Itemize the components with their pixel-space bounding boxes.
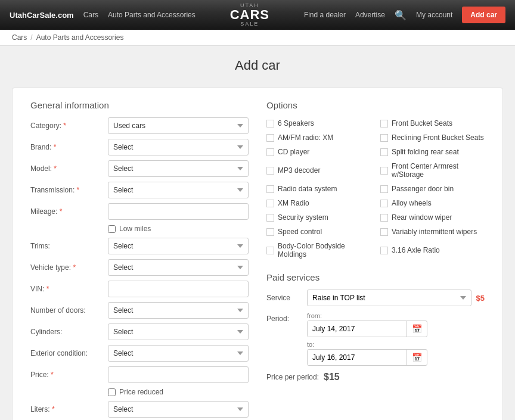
- service-row: Service Raise in TOP list $5: [266, 290, 485, 306]
- option-body-color: Body-Color Bodyside Moldings: [266, 240, 371, 260]
- to-label: to:: [307, 341, 427, 348]
- model-select[interactable]: Select: [108, 160, 249, 177]
- option-speed-control: Speed control: [266, 226, 371, 238]
- option-label-front-center: Front Center Armrest w/Storage: [392, 162, 485, 179]
- mileage-input[interactable]: [108, 203, 249, 220]
- option-checkbox-xm[interactable]: [266, 200, 274, 207]
- exterior-condition-select[interactable]: Select: [108, 345, 249, 362]
- trims-select[interactable]: Select: [108, 238, 249, 254]
- option-checkbox-axle[interactable]: [380, 247, 388, 254]
- low-miles-label: Low miles: [119, 225, 151, 233]
- doors-label: Number of doors:: [30, 306, 108, 315]
- from-date-input[interactable]: [308, 321, 407, 337]
- option-checkbox-security[interactable]: [266, 214, 274, 222]
- to-calendar-icon[interactable]: 📅: [407, 350, 427, 365]
- vehicle-type-label: Vehicle type: *: [30, 263, 108, 272]
- option-front-bucket: Front Bucket Seats: [380, 117, 485, 129]
- to-date-input[interactable]: [308, 350, 407, 365]
- service-select[interactable]: Raise in TOP list: [307, 290, 471, 306]
- option-checkbox-reclining[interactable]: [380, 134, 388, 142]
- general-section-title: General information: [30, 100, 249, 110]
- option-label-cd: CD player: [278, 148, 309, 156]
- price-reduced-checkbox[interactable]: [108, 388, 116, 396]
- brand-select[interactable]: Select: [108, 139, 249, 155]
- option-checkbox-speed[interactable]: [266, 228, 274, 236]
- doors-select[interactable]: Select: [108, 302, 249, 319]
- liters-row: Liters: * Select: [30, 401, 249, 418]
- breadcrumb-parts[interactable]: Auto Parts and Accessories: [36, 33, 124, 42]
- category-row: Category: * Used cars: [30, 117, 249, 134]
- price-per-period-row: Price per period: $15: [266, 372, 485, 382]
- option-label-axle: 3.16 Axle Ratio: [392, 246, 440, 254]
- general-information-section: General information Category: * Used car…: [30, 100, 249, 420]
- search-icon[interactable]: 🔍: [395, 10, 407, 21]
- option-checkbox-front-center[interactable]: [380, 167, 388, 175]
- option-checkbox-front-bucket[interactable]: [380, 120, 388, 127]
- option-checkbox-mp3[interactable]: [266, 167, 274, 175]
- option-6-speakers: 6 Speakers: [266, 117, 371, 129]
- option-checkbox-body-color[interactable]: [266, 247, 274, 254]
- option-checkbox-amfm[interactable]: [266, 134, 274, 142]
- brand-label: Brand: *: [30, 143, 108, 151]
- option-label-split: Split folding rear seat: [392, 148, 459, 156]
- advertise-link[interactable]: Advertise: [355, 11, 385, 19]
- option-checkbox-rear-window[interactable]: [380, 214, 388, 222]
- find-dealer-link[interactable]: Find a dealer: [304, 11, 346, 19]
- price-row: Price: *: [30, 366, 249, 383]
- from-calendar-icon[interactable]: 📅: [407, 321, 427, 337]
- trims-row: Trims: Select: [30, 238, 249, 254]
- option-rear-window: Rear window wiper: [380, 211, 485, 223]
- option-amfm-xm: AM/FM radio: XM: [266, 132, 371, 144]
- option-label-mp3: MP3 decoder: [278, 166, 320, 175]
- option-checkbox-cd[interactable]: [266, 148, 274, 156]
- option-cd-player: CD player: [266, 146, 371, 158]
- options-grid: 6 Speakers Front Bucket Seats AM/FM radi…: [266, 117, 485, 260]
- low-miles-checkbox[interactable]: [108, 225, 116, 233]
- price-per-label: Price per period:: [266, 373, 319, 381]
- price-input[interactable]: [108, 366, 249, 383]
- option-checkbox-split[interactable]: [380, 148, 388, 156]
- option-variably: Variably intermittent wipers: [380, 226, 485, 238]
- paid-services-title: Paid services: [266, 272, 485, 282]
- site-name[interactable]: UtahCarSale.com: [10, 11, 74, 20]
- option-label-alloy: Alloy wheels: [392, 199, 432, 207]
- header-nav-parts[interactable]: Auto Parts and Accessories: [108, 11, 196, 19]
- vehicle-type-select[interactable]: Select: [108, 259, 249, 276]
- my-account-link[interactable]: My account: [416, 11, 452, 19]
- category-select[interactable]: Used cars: [108, 117, 249, 134]
- option-checkbox-6-speakers[interactable]: [266, 120, 274, 127]
- option-checkbox-variably[interactable]: [380, 228, 388, 236]
- period-label: Period:: [266, 312, 302, 323]
- liters-label: Liters: *: [30, 405, 108, 413]
- vin-input[interactable]: [108, 281, 249, 297]
- add-car-button[interactable]: Add car: [462, 7, 505, 23]
- period-row: Period: from: 📅 to:: [266, 312, 485, 366]
- header-nav-cars[interactable]: Cars: [83, 11, 98, 19]
- price-reduced-row: Price reduced: [108, 388, 249, 396]
- from-label: from:: [307, 312, 427, 319]
- transmission-select[interactable]: Select: [108, 182, 249, 198]
- from-date-group: from: 📅: [307, 312, 427, 337]
- option-label-speed: Speed control: [278, 228, 322, 236]
- cylinders-select[interactable]: Select: [108, 323, 249, 340]
- breadcrumb-cars[interactable]: Cars: [12, 33, 27, 42]
- option-reclining-bucket: Reclining Front Bucket Seats: [380, 132, 485, 144]
- brand-row: Brand: * Select: [30, 139, 249, 155]
- from-date-wrap: 📅: [307, 321, 427, 337]
- option-label-reclining: Reclining Front Bucket Seats: [392, 133, 484, 142]
- liters-select[interactable]: Select: [108, 401, 249, 418]
- option-label-front-bucket: Front Bucket Seats: [392, 119, 452, 127]
- vehicle-type-row: Vehicle type: * Select: [30, 259, 249, 276]
- price-label: Price: *: [30, 371, 108, 379]
- option-passenger-door: Passenger door bin: [380, 183, 485, 195]
- option-checkbox-alloy[interactable]: [380, 200, 388, 207]
- option-label-passenger-door: Passenger door bin: [392, 185, 454, 193]
- service-price: $5: [476, 294, 485, 303]
- option-checkbox-radio-data[interactable]: [266, 185, 274, 193]
- option-label-amfm: AM/FM radio: XM: [278, 133, 333, 142]
- option-checkbox-passenger-door[interactable]: [380, 185, 388, 193]
- option-label-xm: XM Radio: [278, 199, 309, 207]
- cylinders-row: Cylinders: Select: [30, 323, 249, 340]
- low-miles-row: Low miles: [108, 225, 249, 233]
- mileage-label: Mileage: *: [30, 207, 108, 216]
